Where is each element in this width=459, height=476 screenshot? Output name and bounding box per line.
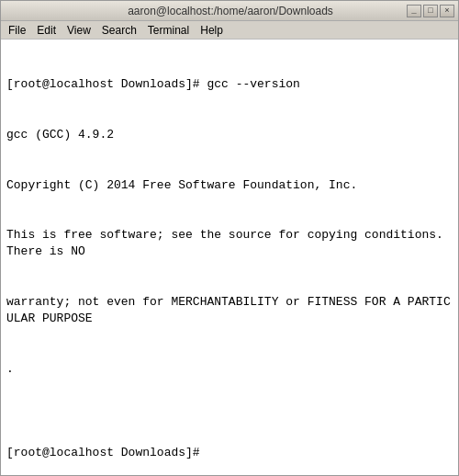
maximize-button[interactable]: □: [423, 5, 438, 17]
terminal-prompt: [root@localhost Downloads]#: [6, 445, 453, 461]
terminal-line-2: Copyright (C) 2014 Free Software Foundat…: [6, 177, 453, 194]
menu-help[interactable]: Help: [195, 23, 229, 38]
menu-search[interactable]: Search: [96, 23, 142, 38]
menu-view[interactable]: View: [62, 23, 96, 38]
terminal-window: aaron@localhost:/home/aaron/Downloads _ …: [0, 0, 459, 476]
title-text: aaron@localhost:/home/aaron/Downloads: [54, 5, 407, 17]
menu-file[interactable]: File: [3, 23, 31, 38]
terminal-line-5: .: [6, 361, 453, 378]
terminal-body[interactable]: [root@localhost Downloads]# gcc --versio…: [1, 40, 458, 475]
menu-edit[interactable]: Edit: [31, 23, 62, 38]
menu-bar: File Edit View Search Terminal Help: [1, 21, 458, 40]
menu-terminal[interactable]: Terminal: [142, 23, 195, 38]
terminal-line-3: This is free software; see the source fo…: [6, 227, 453, 260]
close-button[interactable]: ×: [440, 5, 454, 17]
terminal-line-1: gcc (GCC) 4.9.2: [6, 127, 453, 143]
title-bar: aaron@localhost:/home/aaron/Downloads _ …: [1, 1, 458, 21]
minimize-button[interactable]: _: [407, 5, 421, 17]
window-controls: _ □ ×: [407, 5, 454, 17]
terminal-line-4: warranty; not even for MERCHANTABILITY o…: [6, 294, 453, 327]
terminal-line-0: [root@localhost Downloads]# gcc --versio…: [6, 76, 453, 93]
